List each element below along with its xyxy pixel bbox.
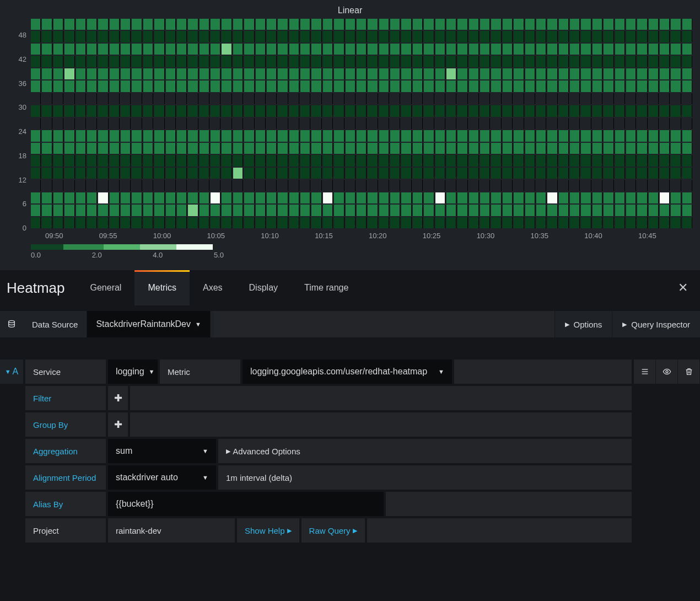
caret-down-icon: ▼	[149, 368, 155, 375]
caret-down-icon: ▼	[195, 321, 201, 328]
menu-icon[interactable]	[634, 359, 656, 384]
close-icon[interactable]: ✕	[666, 281, 700, 295]
caret-down-icon: ▼	[5, 368, 11, 375]
tab-timerange[interactable]: Time range	[291, 270, 362, 305]
heatmap-grid[interactable]	[31, 19, 692, 228]
project-label: Project	[25, 518, 106, 543]
metric-picker[interactable]: logging.googleapis.com/user/redhat-heatm…	[243, 359, 452, 384]
groupby-area[interactable]	[130, 412, 632, 437]
aggregation-label: Aggregation	[25, 439, 106, 463]
advanced-options-label: Advanced Options	[233, 447, 300, 456]
caret-down-icon: ▼	[438, 368, 444, 375]
alias-input[interactable]: {{bucket}}	[108, 492, 384, 516]
y-axis: 4842363024181260	[8, 19, 31, 228]
svg-point-4	[666, 371, 668, 373]
query-inspector-label: Query Inspector	[631, 320, 690, 329]
show-help-button[interactable]: Show Help ▶	[237, 518, 299, 543]
datasource-row: Data Source StackdriverRaintankDev ▼ ▶ O…	[0, 311, 700, 337]
query-row: ▼ A Service logging ▼ Metric logging.goo…	[0, 359, 700, 543]
alignment-period-picker[interactable]: stackdriver auto ▼	[108, 465, 216, 490]
advanced-options-button[interactable]: ▶ Advanced Options	[218, 439, 632, 463]
query-tools	[634, 359, 700, 543]
project-value: raintank-dev	[108, 518, 235, 543]
query-letter: A	[13, 367, 19, 377]
service-value: logging	[116, 367, 144, 377]
add-groupby-button[interactable]: ✚	[108, 412, 128, 437]
alias-label: Alias By	[25, 492, 106, 516]
metric-label: Metric	[160, 359, 240, 384]
svg-point-0	[9, 320, 15, 323]
alignment-period-label: Alignment Period	[25, 465, 106, 490]
aggregation-picker[interactable]: sum ▼	[108, 439, 216, 463]
raw-query-button[interactable]: Raw Query ▶	[301, 518, 365, 543]
show-help-label: Show Help	[245, 526, 285, 535]
caret-right-icon: ▶	[287, 527, 292, 534]
filter-area[interactable]	[130, 386, 632, 410]
datasource-icon	[0, 311, 23, 337]
tab-metrics[interactable]: Metrics	[134, 270, 190, 305]
add-filter-button[interactable]: ✚	[108, 386, 128, 410]
caret-right-icon: ▶	[353, 527, 357, 534]
caret-right-icon: ▶	[226, 448, 230, 455]
alignment-note: 1m interval (delta)	[218, 465, 632, 490]
x-axis: 09:5009:5510:0010:0510:1010:1510:2010:25…	[31, 232, 692, 240]
trash-icon[interactable]	[678, 359, 700, 384]
service-label: Service	[25, 359, 106, 384]
metric-value: logging.googleapis.com/user/redhat-heatm…	[250, 367, 427, 377]
raw-query-label: Raw Query	[309, 526, 351, 535]
heatmap-legend-ticks: 0.02.04.05.0	[31, 251, 224, 259]
caret-down-icon: ▼	[202, 474, 208, 481]
alignment-period-value: stackdriver auto	[116, 473, 178, 482]
options-label: Options	[574, 320, 602, 329]
filter-label: Filter	[25, 386, 106, 410]
alias-value: {{bucket}}	[116, 499, 154, 509]
tab-display[interactable]: Display	[236, 270, 291, 305]
datasource-value: StackdriverRaintankDev	[96, 319, 191, 329]
aggregation-value: sum	[116, 446, 132, 456]
eye-icon[interactable]	[656, 359, 678, 384]
service-picker[interactable]: logging ▼	[108, 359, 158, 384]
datasource-label: Data Source	[23, 311, 87, 337]
query-toggle[interactable]: ▼ A	[0, 359, 23, 384]
caret-right-icon: ▶	[622, 321, 627, 328]
caret-right-icon: ▶	[565, 321, 569, 328]
heatmap-legend-gradient	[31, 244, 213, 250]
tab-general[interactable]: General	[77, 270, 135, 305]
datasource-picker[interactable]: StackdriverRaintankDev ▼	[87, 311, 211, 337]
editor-tabbar: Heatmap General Metrics Axes Display Tim…	[0, 270, 700, 305]
groupby-label: Group By	[25, 412, 106, 437]
caret-down-icon: ▼	[202, 448, 208, 454]
panel-title: Linear	[8, 6, 692, 19]
query-inspector-button[interactable]: ▶ Query Inspector	[612, 311, 700, 337]
heatmap-panel: Linear 4842363024181260 09:5009:5510:001…	[0, 0, 700, 270]
options-button[interactable]: ▶ Options	[554, 311, 612, 337]
editor-title: Heatmap	[0, 280, 77, 297]
tab-axes[interactable]: Axes	[190, 270, 236, 305]
